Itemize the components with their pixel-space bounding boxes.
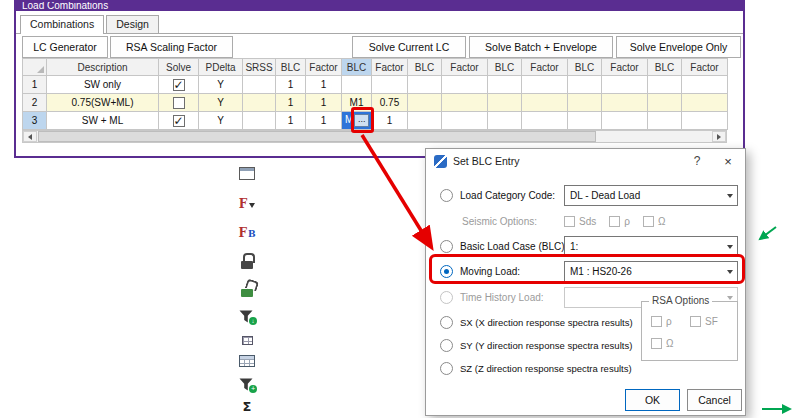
solve-envelope-only-button[interactable]: Solve Envelope Only [616, 36, 741, 58]
scrollbar-thumb[interactable] [38, 131, 596, 142]
cell[interactable] [522, 112, 568, 130]
cell-factor[interactable]: 1 [372, 112, 408, 130]
cell[interactable] [682, 76, 728, 94]
cell-pdelta[interactable]: Y [199, 94, 243, 112]
cell-factor[interactable]: 1 [306, 112, 342, 130]
cell-pdelta[interactable]: Y [199, 112, 243, 130]
cell-factor[interactable]: 1 [306, 76, 342, 94]
sy-radio[interactable] [440, 339, 453, 352]
cell-description[interactable]: SW only [47, 76, 159, 94]
cell[interactable] [682, 94, 728, 112]
window-title: Load Combinations [16, 2, 743, 11]
lc-generator-button[interactable]: LC Generator [22, 36, 108, 58]
cell[interactable] [568, 112, 602, 130]
font-f-arrow-icon[interactable] [235, 191, 259, 215]
filter-add-icon[interactable] [235, 372, 259, 396]
basic-load-case-dropdown[interactable]: 1: [564, 236, 738, 257]
sigma-icon[interactable] [235, 394, 259, 418]
rsa-scaling-factor-button[interactable]: RSA Scaling Factor [110, 36, 233, 58]
cell[interactable] [602, 76, 648, 94]
cell[interactable] [568, 94, 602, 112]
cell-blc-selected[interactable]: M... [342, 112, 372, 130]
cell[interactable] [488, 112, 522, 130]
load-category-radio[interactable] [440, 189, 453, 202]
cell[interactable] [602, 94, 648, 112]
rsa-sf-checkbox[interactable] [690, 316, 701, 327]
rsa-omega-checkbox[interactable] [651, 338, 662, 349]
cell[interactable] [648, 112, 682, 130]
cell[interactable] [488, 76, 522, 94]
cell[interactable] [522, 76, 568, 94]
ok-button[interactable]: OK [625, 389, 680, 411]
moving-load-dropdown[interactable]: M1 : HS20-26 [564, 261, 738, 282]
row-header[interactable]: 1 [23, 76, 47, 94]
scroll-right-button[interactable] [712, 131, 726, 142]
cell-description[interactable]: 0.75(SW+ML) [47, 94, 159, 112]
cell[interactable] [682, 112, 728, 130]
horizontal-scrollbar[interactable] [22, 130, 727, 143]
cell[interactable] [648, 76, 682, 94]
sx-radio[interactable] [440, 316, 453, 329]
scroll-left-button[interactable] [23, 131, 37, 142]
select-all-corner[interactable] [23, 59, 47, 76]
window-icon[interactable] [235, 161, 259, 185]
cell-factor[interactable]: 1 [306, 94, 342, 112]
cell-blc[interactable]: 1 [276, 94, 306, 112]
row-header[interactable]: 2 [23, 94, 47, 112]
load-category-dropdown[interactable]: DL - Dead Load [564, 185, 738, 206]
cell[interactable] [408, 94, 442, 112]
cell-factor[interactable] [372, 76, 408, 94]
cell-solve[interactable] [159, 76, 199, 94]
mini-grid-icon[interactable] [235, 331, 259, 349]
rho-checkbox[interactable] [609, 216, 620, 227]
cell-blc[interactable]: 1 [276, 112, 306, 130]
window-titlebar[interactable]: Load Combinations [16, 2, 743, 11]
rsa-rho-checkbox[interactable] [651, 316, 662, 327]
cell-description[interactable]: SW + ML [47, 112, 159, 130]
cell-factor[interactable]: 0.75 [372, 94, 408, 112]
solve-checkbox[interactable] [173, 79, 185, 91]
cell[interactable] [408, 112, 442, 130]
basic-load-case-radio[interactable] [440, 240, 453, 253]
omega-checkbox[interactable] [643, 216, 654, 227]
dialog-titlebar[interactable]: Set BLC Entry ? × [426, 149, 745, 173]
cell[interactable] [648, 94, 682, 112]
cell[interactable] [442, 76, 488, 94]
cell-solve[interactable] [159, 112, 199, 130]
cell-srss[interactable] [243, 76, 276, 94]
tab-design[interactable]: Design [106, 15, 159, 33]
cell[interactable] [488, 94, 522, 112]
cell[interactable] [522, 94, 568, 112]
moving-load-radio[interactable] [440, 265, 453, 278]
time-history-radio[interactable] [440, 291, 453, 304]
tab-combinations[interactable]: Combinations [20, 15, 104, 34]
solve-current-lc-button[interactable]: Solve Current LC [352, 36, 466, 58]
cell-srss[interactable] [243, 112, 276, 130]
font-f-b-icon[interactable] [235, 220, 259, 244]
solve-checkbox[interactable] [173, 97, 185, 109]
solve-batch-envelope-button[interactable]: Solve Batch + Envelope [469, 36, 613, 58]
lock-icon[interactable] [235, 249, 259, 273]
cell-pdelta[interactable]: Y [199, 76, 243, 94]
browse-ellipsis-button[interactable]: ... [354, 114, 369, 127]
cell[interactable] [602, 112, 648, 130]
cell-solve[interactable] [159, 94, 199, 112]
close-button[interactable]: × [713, 149, 743, 173]
cell-blc[interactable]: M1 [342, 94, 372, 112]
sz-radio[interactable] [440, 362, 453, 375]
cell[interactable] [568, 76, 602, 94]
sds-checkbox[interactable] [564, 216, 575, 227]
cell[interactable] [442, 112, 488, 130]
cell-blc[interactable]: 1 [276, 76, 306, 94]
row-header[interactable]: 3 [23, 112, 47, 130]
cell-srss[interactable] [243, 94, 276, 112]
cancel-button[interactable]: Cancel [687, 389, 742, 411]
cell-blc[interactable] [342, 76, 372, 94]
filter-go-icon[interactable] [235, 304, 259, 328]
help-button[interactable]: ? [683, 149, 711, 173]
unlock-icon[interactable] [235, 277, 259, 301]
cell[interactable] [442, 94, 488, 112]
solve-checkbox[interactable] [173, 115, 185, 127]
spreadsheet-icon[interactable] [235, 349, 259, 373]
cell[interactable] [408, 76, 442, 94]
